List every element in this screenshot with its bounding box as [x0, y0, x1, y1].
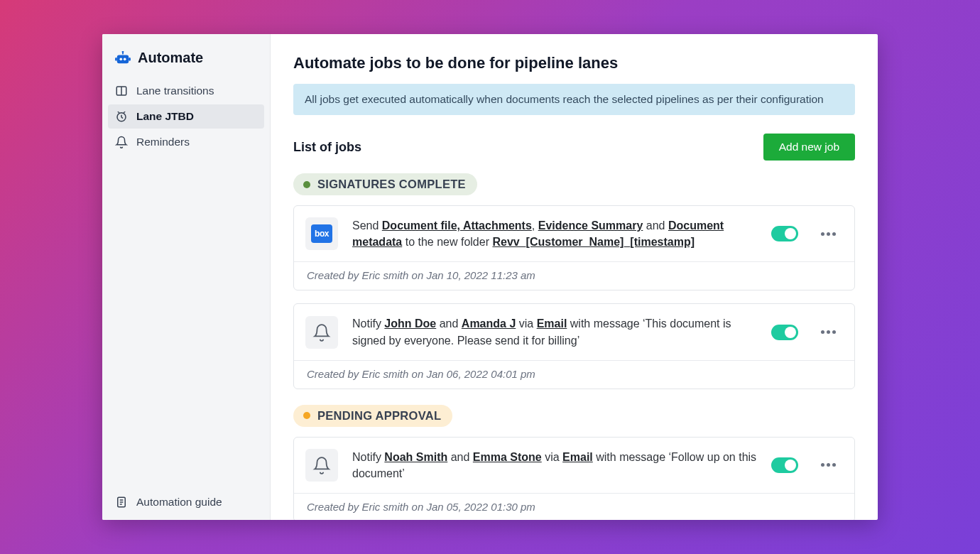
job-card: box Send Document file, Attachments, Evi… [293, 205, 855, 290]
page-title: Automate jobs to be done for pipeline la… [293, 54, 855, 72]
text: Notify [352, 317, 384, 330]
sidebar-title: Automate [138, 50, 203, 66]
job-group: SIGNATURES COMPLETE box Send Document fi… [293, 173, 855, 389]
bell-icon [312, 323, 331, 342]
text: Notify [352, 451, 384, 463]
group-label-text: PENDING APPROVAL [317, 409, 441, 423]
job-toggle[interactable] [771, 226, 798, 241]
text: via [516, 317, 536, 330]
text: and [436, 317, 462, 330]
bell-icon [115, 136, 128, 148]
svg-rect-0 [117, 55, 129, 63]
job-meta: Created by Eric smith on Jan 06, 2022 04… [294, 360, 854, 389]
job-meta: Created by Eric smith on Jan 10, 2022 11… [294, 261, 854, 290]
sidebar-item-label: Lane JTBD [136, 110, 194, 123]
job-icon-container [305, 449, 338, 482]
link-amanda-j[interactable]: Amanda J [462, 317, 516, 330]
svg-point-4 [124, 58, 126, 60]
document-icon [115, 496, 128, 509]
status-dot-icon [303, 412, 310, 419]
job-toggle[interactable] [771, 457, 798, 473]
job-group: PENDING APPROVAL Notify Noah Smith and E… [293, 405, 855, 520]
job-card-main: Notify Noah Smith and Emma Stone via Ema… [294, 438, 854, 493]
job-toggle[interactable] [771, 325, 798, 340]
job-card: Notify Noah Smith and Emma Stone via Ema… [293, 437, 855, 520]
svg-point-3 [119, 58, 122, 60]
sidebar-item-reminders[interactable]: Reminders [108, 130, 264, 154]
sidebar-footer: Automation guide [102, 487, 270, 520]
job-description: Notify John Doe and Amanda J via Email w… [352, 315, 757, 348]
link-evidence-summary[interactable]: Evidence Summary [538, 219, 643, 232]
job-description: Notify Noah Smith and Emma Stone via Ema… [352, 449, 757, 482]
list-title: List of jobs [293, 140, 361, 155]
automation-guide-link[interactable]: Automation guide [115, 496, 257, 509]
text: via [542, 451, 562, 463]
job-meta: Created by Eric smith on Jan 05, 2022 01… [294, 493, 854, 520]
status-dot-icon [303, 181, 310, 188]
columns-icon [115, 85, 128, 97]
link-folder-name[interactable]: Revv_[Customer_Name]_[timestamp] [492, 236, 695, 248]
sidebar-item-label: Lane transitions [136, 85, 214, 97]
list-header: List of jobs Add new job [293, 134, 855, 161]
link-emma-stone[interactable]: Emma Stone [473, 451, 542, 463]
text: and [643, 219, 668, 232]
main-content: Automate jobs to be done for pipeline la… [271, 34, 878, 520]
sidebar-header: Automate [102, 34, 270, 79]
text: Send [352, 219, 382, 232]
automation-guide-label: Automation guide [136, 496, 222, 509]
add-new-job-button[interactable]: Add new job [763, 134, 855, 161]
sidebar-item-label: Reminders [136, 136, 190, 148]
app-window: Automate Lane transitions Lane JTBD Remi… [102, 34, 878, 520]
clock-icon [115, 110, 128, 123]
job-card-main: Notify John Doe and Amanda J via Email w… [294, 304, 854, 359]
link-noah-smith[interactable]: Noah Smith [384, 451, 447, 463]
bell-icon [312, 456, 331, 474]
box-logo-icon: box [311, 224, 332, 243]
link-document-file[interactable]: Document file, Attachments [382, 219, 532, 232]
sidebar-item-lane-jtbd[interactable]: Lane JTBD [108, 104, 264, 129]
info-banner: All jobs get executed automatically when… [293, 84, 855, 115]
more-options-button[interactable] [817, 326, 840, 338]
job-card: Notify John Doe and Amanda J via Email w… [293, 303, 855, 389]
sidebar-nav: Lane transitions Lane JTBD Reminders [102, 79, 270, 156]
robot-icon [115, 51, 131, 65]
group-label-signatures-complete: SIGNATURES COMPLETE [293, 173, 477, 195]
more-options-button[interactable] [817, 228, 840, 240]
text: , [532, 219, 538, 232]
job-icon-container: box [305, 217, 338, 250]
job-card-main: box Send Document file, Attachments, Evi… [294, 206, 854, 261]
sidebar-item-lane-transitions[interactable]: Lane transitions [108, 79, 264, 103]
text: to the new folder [402, 236, 492, 248]
link-email[interactable]: Email [562, 451, 593, 463]
svg-rect-2 [129, 58, 131, 61]
svg-rect-1 [115, 58, 117, 61]
text: and [447, 451, 473, 463]
job-description: Send Document file, Attachments, Evidenc… [352, 217, 757, 250]
sidebar: Automate Lane transitions Lane JTBD Remi… [102, 34, 271, 520]
svg-point-6 [122, 51, 124, 53]
group-label-pending-approval: PENDING APPROVAL [293, 405, 452, 427]
job-icon-container [305, 316, 338, 349]
link-email[interactable]: Email [537, 317, 567, 330]
link-john-doe[interactable]: John Doe [384, 317, 436, 330]
group-label-text: SIGNATURES COMPLETE [317, 178, 466, 191]
more-options-button[interactable] [817, 459, 840, 471]
